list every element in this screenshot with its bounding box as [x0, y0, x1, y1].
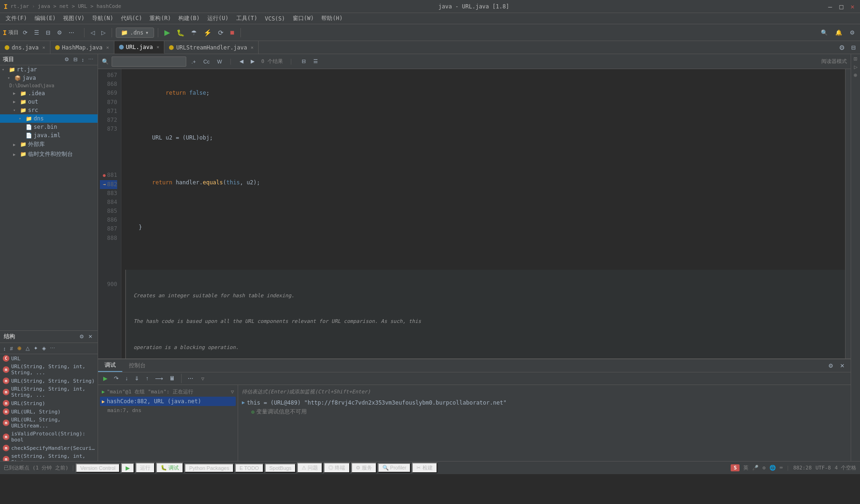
tab-split-btn[interactable]: ⊟	[849, 43, 858, 52]
debug-force-step-btn[interactable]: ⇓	[132, 374, 141, 383]
project-collapse-btn[interactable]: ⊟	[72, 56, 79, 63]
struct-item-set1[interactable]: m set(String, String, int, String,...	[0, 452, 98, 461]
menu-file[interactable]: 文件(F)	[2, 14, 31, 23]
menu-run[interactable]: 运行(U)	[204, 14, 233, 23]
debug-settings-btn[interactable]: ⚙	[826, 361, 836, 371]
toolbar-list-btn[interactable]: ☰	[32, 28, 42, 37]
search-everywhere-btn[interactable]: 🔍	[818, 28, 830, 37]
toolbar-back-btn[interactable]: ◁	[88, 28, 97, 37]
tab-hashmap-java[interactable]: HashMap.java ✕	[50, 41, 114, 54]
statusbar-run-btn[interactable]: 运行	[135, 462, 155, 473]
stop-btn[interactable]: ■	[228, 27, 237, 38]
project-sort-btn[interactable]: ↕	[80, 56, 86, 63]
tab-close-dns[interactable]: ✕	[42, 45, 45, 50]
reader-mode-button[interactable]: 阅读器模式	[821, 58, 847, 65]
debug-tab-console[interactable]: 控制台	[122, 360, 152, 371]
debug-resume-btn[interactable]: ▶	[101, 374, 110, 383]
struct-item-url5[interactable]: m URL(URL, String)	[0, 407, 98, 416]
toolbar-sync-btn[interactable]: ⟳	[21, 28, 30, 37]
tab-more-btn[interactable]: ⚙	[837, 42, 847, 53]
struct-icon2-btn[interactable]: ◈	[41, 344, 47, 352]
tree-item-dns[interactable]: ▾ 📁 dns	[0, 114, 98, 123]
ide-settings-btn[interactable]: ⚙	[847, 28, 857, 37]
tab-urlstreamhandler-java[interactable]: URLStreamHandler.java ✕	[164, 41, 259, 54]
step-over-btn[interactable]: ⟳	[216, 28, 226, 38]
right-icon-3[interactable]: ⊕	[853, 73, 858, 77]
right-icon-1[interactable]: ⊟	[853, 57, 858, 61]
debug-frame-main[interactable]: main:7, dns	[100, 406, 236, 415]
statusbar-services[interactable]: ⚙ 服务	[351, 462, 377, 473]
search-regex-btn[interactable]: .+	[189, 58, 198, 65]
statusbar-spotbugs[interactable]: SpotBugs	[265, 463, 296, 473]
tree-item-src[interactable]: ▾ 📁 src	[0, 106, 98, 114]
tab-close-urlstreamhandler[interactable]: ✕	[251, 45, 254, 50]
debug-run-cursor-btn[interactable]: ⟶	[153, 374, 165, 383]
right-icon-2[interactable]: ▷	[853, 64, 858, 70]
toolbar-forward-btn[interactable]: ▷	[99, 28, 108, 37]
struct-item-url4[interactable]: m URL(String)	[0, 399, 98, 407]
statusbar-todo[interactable]: E TODO	[235, 463, 264, 473]
structure-close-btn[interactable]: ✕	[87, 333, 94, 341]
dns-selector[interactable]: 📁.dns▾	[116, 28, 154, 38]
statusbar-version-control[interactable]: Version Control	[76, 463, 120, 473]
search-input[interactable]	[112, 56, 186, 67]
tab-url-java[interactable]: URL.java ✕	[114, 41, 165, 54]
struct-item-url-class[interactable]: C URL	[0, 354, 98, 363]
menu-window[interactable]: 窗口(W)	[289, 14, 318, 23]
tree-item-rtjar[interactable]: ▾ 📁 rt.jar	[0, 65, 98, 74]
debug-step-into-btn[interactable]: ↓	[123, 374, 130, 383]
search-filter-btn[interactable]: ⊟	[299, 57, 308, 65]
struct-icon1-btn[interactable]: ✦	[32, 344, 39, 352]
tree-item-out[interactable]: ▶ 📁 out	[0, 98, 98, 106]
struct-item-isvalidprotocol[interactable]: m isValidProtocol(String): bool	[0, 430, 98, 444]
debug-step-over-btn[interactable]: ↷	[112, 374, 121, 383]
struct-item-checkspecify[interactable]: m checkSpecifyHandler(Securit...	[0, 444, 98, 452]
tab-dns-java[interactable]: dns.java ✕	[0, 41, 50, 54]
menu-build[interactable]: 构建(B)	[175, 14, 204, 23]
struct-more-btn[interactable]: ⋯	[49, 344, 56, 352]
search-next-btn[interactable]: ▶	[248, 57, 257, 65]
code-editor[interactable]: 867 868 869 870 871 872 873 ● 881 → 882 …	[98, 69, 851, 358]
struct-inherit-btn[interactable]: △	[24, 344, 31, 352]
notifications-btn[interactable]: 🔔	[833, 28, 845, 37]
minimize-button[interactable]: —	[826, 3, 834, 10]
struct-sort-alpha-btn[interactable]: ↕	[2, 345, 7, 352]
toolbar-collapse-btn[interactable]: ⊟	[43, 28, 53, 37]
struct-item-url6[interactable]: m URL(URL, String, URLStream...	[0, 416, 98, 430]
profile-btn[interactable]: ⚡	[201, 28, 214, 38]
editor-scrollbar[interactable]	[845, 69, 851, 358]
statusbar-jiangjian[interactable]: ✂ 检建	[412, 462, 437, 473]
search-case-btn[interactable]: Cc	[201, 58, 211, 65]
tab-close-hashmap[interactable]: ✕	[106, 45, 109, 50]
debug-var-this[interactable]: ▶ this = (URL@489) "http://f8rvj4c7vdn2x…	[240, 399, 849, 407]
debug-tab-debugger[interactable]: 调试	[98, 359, 122, 372]
menu-help[interactable]: 帮助(H)	[317, 14, 346, 23]
statusbar-terminal[interactable]: ◎ 终端	[324, 462, 350, 473]
debug-evaluate-btn[interactable]: 🖩	[167, 374, 177, 383]
tree-item-javaiml[interactable]: 📄 java.iml	[0, 131, 98, 140]
menu-refactor[interactable]: 重构(R)	[146, 14, 175, 23]
struct-sort-order-btn[interactable]: #	[9, 345, 14, 352]
tree-item-extlibs[interactable]: ▶ 📁 外部库	[0, 140, 98, 149]
debug-filter-btn[interactable]: ▽	[231, 389, 234, 395]
close-button[interactable]: ✕	[849, 3, 856, 10]
project-gear-btn[interactable]: ⚙	[63, 56, 70, 63]
tab-close-url[interactable]: ✕	[156, 44, 159, 49]
search-word-btn[interactable]: W	[215, 58, 224, 65]
structure-settings-btn[interactable]: ⚙	[78, 333, 85, 341]
project-more-btn[interactable]: ⋯	[87, 56, 95, 63]
search-prev-btn[interactable]: ◀	[237, 57, 246, 65]
debug-close-btn[interactable]: ✕	[838, 361, 847, 371]
toolbar-more-btn[interactable]: ⋯	[66, 28, 77, 37]
statusbar-problems[interactable]: ⚠ 问题	[297, 462, 323, 473]
menu-tools[interactable]: 工具(T)	[233, 14, 261, 23]
tree-item-serbin[interactable]: 📄 ser.bin	[0, 123, 98, 131]
menu-view[interactable]: 视图(V)	[59, 14, 88, 23]
maximize-button[interactable]: □	[838, 3, 845, 10]
tree-item-idea[interactable]: ▶ 📁 .idea	[0, 89, 98, 98]
struct-filter-btn[interactable]: ⊕	[16, 344, 23, 352]
menu-code[interactable]: 代码(C)	[117, 14, 146, 23]
debug-btn[interactable]: 🐛	[174, 28, 187, 38]
run-btn[interactable]: ▶	[162, 27, 172, 38]
statusbar-python-packages[interactable]: Python Packages	[184, 463, 234, 473]
